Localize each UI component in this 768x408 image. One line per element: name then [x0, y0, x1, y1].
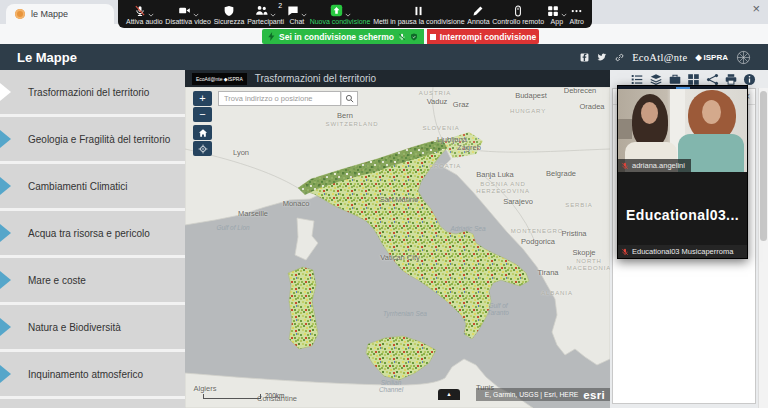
- facebook-icon[interactable]: [580, 53, 589, 62]
- toolbar-button-label: Chat: [289, 18, 304, 25]
- partner-logo-icon: [736, 50, 751, 65]
- ispra-diamond-icon: ◆: [695, 53, 701, 62]
- chat-icon: [287, 4, 307, 17]
- pencil-icon: [472, 4, 484, 17]
- magnifier-icon: [345, 94, 354, 103]
- stop-share-text: Interrompi condivisione: [440, 32, 536, 42]
- locate-icon: [198, 144, 208, 154]
- arrow-right-icon: [0, 177, 11, 195]
- toolbar-button-label: Disattiva video: [165, 18, 211, 25]
- ispra-logo[interactable]: ◆ ISPRA: [695, 53, 728, 62]
- page-title: Le Mappe: [17, 50, 77, 65]
- sidebar-item[interactable]: Trasformazioni del territorio: [0, 70, 185, 114]
- remote-control-icon: [512, 4, 524, 17]
- chevron-down-icon: [193, 13, 199, 17]
- toolbar-button-sicurezza[interactable]: Sicurezza: [214, 0, 245, 28]
- participant-video-1: adriana.angelini: [618, 89, 747, 172]
- toolbar-button-annota[interactable]: Annota: [467, 0, 489, 28]
- sidebar-item[interactable]: Natura e Biodiversità: [0, 305, 185, 349]
- browser-tab[interactable]: le Mappe: [6, 4, 114, 24]
- toolbar-button-label: Annota: [467, 18, 489, 25]
- toolbar-button-partecipanti[interactable]: 2Partecipanti: [247, 0, 284, 28]
- home-icon: [198, 128, 208, 138]
- toolbar-button-label: Partecipanti: [247, 18, 284, 25]
- toolbar-button-altro[interactable]: Altro: [570, 0, 584, 28]
- sidebar-item[interactable]: Cambiamenti Climatici: [0, 164, 185, 208]
- home-button[interactable]: [193, 125, 212, 140]
- toolbar-button-attiva-audio[interactable]: Attiva audio: [126, 0, 163, 28]
- map-canvas[interactable]: [185, 87, 610, 408]
- arrow-right-icon: [0, 318, 11, 336]
- sidebar-item-label: Natura e Biodiversità: [28, 322, 121, 333]
- toolbar-button-app[interactable]: App: [547, 0, 567, 28]
- twitter-icon[interactable]: [597, 53, 607, 62]
- sidebar: Trasformazioni del territorioGeologia e …: [0, 70, 185, 408]
- zoom-in-button[interactable]: +: [193, 91, 212, 106]
- chevron-down-icon: [301, 13, 307, 17]
- link-icon[interactable]: [615, 53, 624, 62]
- pause-icon: [413, 4, 424, 17]
- toolbar-button-label: Sicurezza: [214, 18, 245, 25]
- toolbar-button-disattiva-video[interactable]: Disattiva video: [165, 0, 211, 28]
- header-logos: EcoAtl@nte ◆ ISPRA: [580, 50, 751, 65]
- grid-icon[interactable]: [687, 73, 700, 86]
- sidebar-item-partial[interactable]: [0, 399, 185, 408]
- locate-button[interactable]: [193, 141, 212, 156]
- participant-video-2: Educational03... Educational03 Musicaper…: [618, 172, 747, 258]
- toolbar-button-label: App: [551, 18, 563, 25]
- ecoatlante-logo[interactable]: EcoAtl@nte: [632, 52, 687, 63]
- app-header: Le Mappe EcoAtl@nte ◆ ISPRA: [0, 44, 768, 70]
- search-input[interactable]: [218, 91, 341, 106]
- zoom-out-button[interactable]: −: [193, 107, 212, 122]
- chevron-down-icon: [561, 13, 567, 17]
- toolbar-button-nuova-condivisione[interactable]: Nuova condivisione: [310, 0, 371, 28]
- share-icon[interactable]: [706, 73, 719, 86]
- map-title-bar: EcoAtl@nte ◆ISPRA Trasformazioni del ter…: [185, 70, 610, 87]
- more-icon: [570, 4, 583, 17]
- muted-mic-icon: [621, 162, 629, 170]
- attribution-expander[interactable]: ▲: [438, 389, 460, 400]
- sidebar-item-label: Inquinamento atmosferico: [28, 369, 143, 380]
- sidebar-item-label: Acqua tra risorsa e pericolo: [28, 228, 150, 239]
- print-icon[interactable]: [724, 73, 738, 86]
- sidebar-item[interactable]: Geologia e Fragilità del territorio: [0, 117, 185, 161]
- legend-icon[interactable]: [630, 73, 644, 86]
- sidebar-item-label: Mare e coste: [28, 275, 86, 286]
- scrollbar[interactable]: [758, 88, 768, 408]
- map-attribution: E, Garmin, USGS | Esri, HERE esri: [476, 388, 610, 401]
- meeting-video-window[interactable]: adriana.angelini Educational03... Educat…: [617, 85, 748, 259]
- toolbar-button-chat[interactable]: Chat: [287, 0, 307, 28]
- participant-count-badge: 2: [278, 2, 282, 9]
- screen: le Mappe × ← → sinacloud.isprambiente.it…: [0, 0, 768, 408]
- search-box: [218, 91, 358, 106]
- participant1-face: [641, 102, 658, 124]
- scale-bar: 200km: [203, 392, 285, 399]
- scrollbar-thumb[interactable]: [760, 91, 767, 241]
- sidebar-item-label: Trasformazioni del territorio: [28, 87, 149, 98]
- stop-share-button[interactable]: Interrompi condivisione: [427, 29, 539, 44]
- basemap-icon[interactable]: [668, 73, 682, 86]
- toolbar-button-label: Nuova condivisione: [310, 18, 371, 25]
- arrow-right-icon: [0, 271, 11, 289]
- toolbar-button-metti-in-pausa-la-condivisione[interactable]: Metti in pausa la condivisione: [373, 0, 464, 28]
- sidebar-item-label: Cambiamenti Climatici: [28, 181, 127, 192]
- share-status-banner: Sei in condivisione schermo: [262, 29, 424, 44]
- sidebar-item[interactable]: Mare e coste: [0, 258, 185, 302]
- window-close-button[interactable]: ×: [752, 2, 760, 16]
- layers-icon[interactable]: [649, 73, 663, 86]
- background-shelf: [618, 119, 632, 139]
- toolbar-button-label: Attiva audio: [126, 18, 163, 25]
- search-button[interactable]: [341, 91, 358, 106]
- esri-logo: esri: [583, 389, 605, 401]
- mic-muted-mini-icon: [398, 33, 406, 41]
- sidebar-item[interactable]: Acqua tra risorsa e pericolo: [0, 211, 185, 255]
- participant2-nameplate: Educational03 Musicaperroma: [618, 245, 747, 258]
- arrow-right-icon: [0, 130, 11, 148]
- scale-label: 200km: [265, 392, 285, 399]
- sidebar-item[interactable]: Inquinamento atmosferico: [0, 352, 185, 396]
- toolbar-button-controllo-remoto[interactable]: Controllo remoto: [492, 0, 544, 28]
- apps-icon: [547, 4, 567, 17]
- arrow-right-icon: [0, 224, 11, 242]
- arrow-right-icon: [0, 365, 11, 383]
- info-icon[interactable]: [743, 73, 756, 86]
